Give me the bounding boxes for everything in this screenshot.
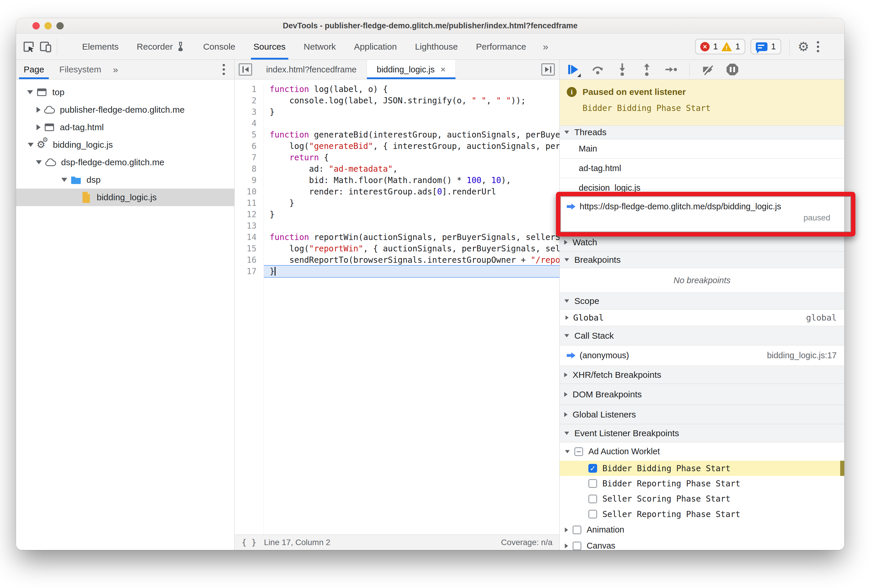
code-line[interactable]: log("generateBid", { interestGroup, auct…	[270, 140, 560, 152]
elb-group-canvas[interactable]: Canvas	[560, 538, 844, 550]
code-line[interactable]: log("reportWin", { auctionSignals, perBu…	[270, 243, 560, 254]
xhr-breakpoints-section-header[interactable]: XHR/fetch Breakpoints	[560, 366, 844, 384]
tree-item-publisher-domain[interactable]: publisher-fledge-demo.glitch.me	[16, 101, 234, 118]
tab-performance[interactable]: Performance	[467, 34, 535, 60]
step-button[interactable]	[665, 63, 678, 76]
line-number[interactable]: 13	[235, 220, 257, 231]
tree-item-dsp-folder[interactable]: dsp	[16, 171, 234, 189]
scope-global-row[interactable]: Global global	[560, 309, 844, 326]
code-line[interactable]	[270, 220, 560, 231]
tab-console[interactable]: Console	[194, 34, 244, 60]
collapsed-caret-icon[interactable]	[566, 316, 569, 320]
elb-item-seller-reporting[interactable]: Seller Reporting Phase Start	[560, 507, 844, 522]
code-line[interactable]: }	[270, 197, 560, 209]
navigator-tab-page[interactable]: Page	[16, 60, 52, 79]
collapsed-caret-icon[interactable]	[36, 107, 41, 113]
unchecked-checkbox-icon[interactable]	[573, 525, 581, 534]
unchecked-checkbox-icon[interactable]	[588, 495, 597, 503]
thread-item-ad-tag[interactable]: ad-tag.html	[560, 159, 844, 178]
show-navigator-button[interactable]	[239, 63, 252, 76]
line-number[interactable]: 10	[235, 186, 257, 197]
thread-item-bidding-logic-paused[interactable]: https://dsp-fledge-demo.glitch.me/dsp/bi…	[560, 198, 844, 233]
step-into-button[interactable]	[616, 63, 629, 76]
more-tabs-chevron-icon[interactable]: »	[535, 41, 556, 52]
code-line[interactable]: function reportWin(auctionSignals, perBu…	[270, 231, 560, 243]
watch-section-header[interactable]: Watch	[560, 233, 844, 252]
tree-item-dsp-domain[interactable]: dsp-fledge-demo.glitch.me	[16, 154, 234, 171]
editor-tab-index-html[interactable]: index.html?fencedframe	[256, 60, 367, 79]
device-toolbar-button[interactable]	[37, 38, 54, 56]
step-out-button[interactable]	[640, 63, 653, 76]
resume-script-button[interactable]	[567, 63, 580, 76]
elb-group-ad-auction-worklet[interactable]: Ad Auction Worklet	[560, 442, 844, 461]
line-number[interactable]: 6	[235, 140, 257, 152]
unchecked-checkbox-icon[interactable]	[588, 510, 597, 519]
breakpoints-section-header[interactable]: Breakpoints	[560, 252, 844, 268]
expanded-caret-icon[interactable]	[28, 143, 34, 147]
scope-section-header[interactable]: Scope	[560, 293, 844, 309]
pause-on-exceptions-button[interactable]	[726, 63, 739, 76]
code-line[interactable]: function generateBid(interestGroup, auct…	[270, 129, 560, 140]
inspect-element-button[interactable]	[20, 38, 37, 56]
code-line[interactable]: function log(label, o) {	[270, 84, 560, 95]
line-number[interactable]: 14	[235, 231, 257, 243]
tab-recorder[interactable]: Recorder	[128, 34, 194, 60]
code-line[interactable]: sendReportTo(browserSignals.interestGrou…	[270, 254, 560, 266]
code-line[interactable]: return {	[270, 152, 560, 163]
code-line[interactable]: bid: Math.floor(Math.random() * 100, 10)…	[270, 175, 560, 186]
tab-network[interactable]: Network	[295, 34, 345, 60]
collapsed-caret-icon[interactable]	[36, 124, 41, 130]
code-area[interactable]: 1234567891011121314151617 function log(l…	[235, 80, 560, 535]
gutter[interactable]: 1234567891011121314151617	[235, 84, 264, 535]
event-listener-breakpoints-section-header[interactable]: Event Listener Breakpoints	[560, 424, 844, 442]
tab-application[interactable]: Application	[345, 34, 406, 60]
expanded-caret-icon[interactable]	[61, 178, 67, 182]
line-number[interactable]: 7	[235, 152, 257, 163]
collapsed-caret-icon[interactable]	[565, 544, 568, 548]
elb-group-animation[interactable]: Animation	[560, 522, 844, 538]
code-line[interactable]: ad: "ad-metadata",	[270, 163, 560, 175]
line-number[interactable]: 1	[235, 84, 257, 95]
indeterminate-checkbox-icon[interactable]	[574, 447, 583, 456]
expanded-caret-icon[interactable]	[565, 450, 570, 453]
checked-checkbox-icon[interactable]	[588, 464, 597, 472]
pretty-print-icon[interactable]: { }	[242, 538, 257, 548]
tree-item-ad-tag[interactable]: ad-tag.html	[16, 118, 234, 136]
line-number[interactable]: 15	[235, 243, 257, 254]
line-number[interactable]: 2	[235, 95, 257, 106]
tree-item-bidding-logic-file[interactable]: bidding_logic.js	[16, 189, 234, 206]
settings-gear-icon[interactable]: ⚙	[798, 40, 809, 53]
step-over-button[interactable]	[591, 63, 604, 76]
expanded-caret-icon[interactable]	[36, 160, 42, 164]
line-number[interactable]: 11	[235, 197, 257, 209]
tree-item-top[interactable]: top	[16, 84, 234, 101]
code-pane[interactable]: function log(label, o) { console.log(lab…	[264, 84, 560, 535]
code-line[interactable]: render: interestGroup.ads[0].renderUrl	[270, 186, 560, 197]
next-tab-button[interactable]	[542, 63, 555, 76]
unchecked-checkbox-icon[interactable]	[588, 479, 597, 488]
navigator-tab-filesystem[interactable]: Filesystem	[52, 60, 109, 79]
messages-badge[interactable]: 1	[751, 39, 781, 54]
tab-sources[interactable]: Sources	[245, 34, 295, 60]
main-menu-kebab-icon[interactable]	[814, 41, 821, 52]
line-number[interactable]: 8	[235, 163, 257, 175]
code-line-current[interactable]: }	[264, 265, 560, 278]
line-number[interactable]: 5	[235, 129, 257, 140]
expanded-caret-icon[interactable]	[27, 90, 33, 94]
threads-section-header[interactable]: Threads	[560, 126, 844, 139]
line-number[interactable]: 12	[235, 209, 257, 220]
line-number[interactable]: 4	[235, 118, 257, 129]
code-line[interactable]: }	[270, 209, 560, 220]
navigator-more-tabs-chevron-icon[interactable]: »	[109, 64, 122, 75]
code-line[interactable]	[270, 118, 560, 129]
dom-breakpoints-section-header[interactable]: DOM Breakpoints	[560, 384, 844, 405]
editor-tab-bidding-logic[interactable]: bidding_logic.js ×	[367, 60, 456, 79]
global-listeners-section-header[interactable]: Global Listeners	[560, 405, 844, 424]
call-stack-section-header[interactable]: Call Stack	[560, 326, 844, 345]
call-stack-frame[interactable]: (anonymous) bidding_logic.js:17	[560, 345, 844, 366]
code-line[interactable]: }	[270, 106, 560, 118]
issues-badge[interactable]: × 1 ! 1	[695, 39, 745, 54]
collapsed-caret-icon[interactable]	[565, 528, 568, 532]
deactivate-breakpoints-button[interactable]	[701, 63, 714, 76]
tree-item-bidding-logic-worklet[interactable]: ⚙⚙ bidding_logic.js	[16, 136, 234, 154]
